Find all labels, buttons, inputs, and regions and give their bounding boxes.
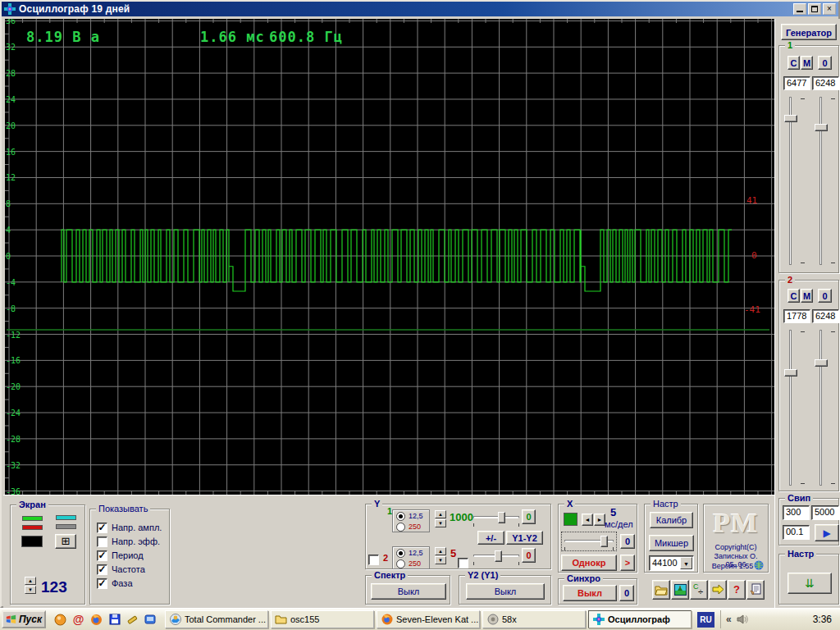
firefox-icon[interactable] xyxy=(89,613,103,627)
mail-icon[interactable]: @ xyxy=(71,613,85,627)
y1-range-250-radio[interactable] xyxy=(396,523,405,532)
ch1-amp-field[interactable]: 6248 xyxy=(812,76,839,90)
screen-counter-spinner[interactable]: ▲ ▼ xyxy=(25,577,36,594)
show-frequency-checkbox[interactable]: ✓ xyxy=(97,564,107,575)
ch1-amp-slider[interactable] xyxy=(815,97,835,265)
ch1-m-button[interactable]: M xyxy=(801,56,813,70)
background-color-swatch[interactable] xyxy=(21,536,43,547)
y-plusminus-button[interactable]: +/- xyxy=(477,531,504,545)
show-phase-checkbox[interactable]: ✓ xyxy=(97,578,107,589)
y2-spinner[interactable]: ▲ ▼ xyxy=(435,547,446,564)
sweep-play-button[interactable]: ▶ xyxy=(815,524,839,541)
sweep-settings-button[interactable]: ⇊ xyxy=(788,573,832,594)
next-sweep-button[interactable]: > xyxy=(620,555,635,571)
x-right-button[interactable]: ► xyxy=(594,514,605,526)
y2-range-125-radio[interactable] xyxy=(396,549,405,558)
show-desktop-icon[interactable] xyxy=(144,613,158,627)
x-color-swatch[interactable] xyxy=(564,513,578,526)
sync-toggle-button[interactable]: Выкл xyxy=(563,585,617,601)
sync-zero-button[interactable]: 0 xyxy=(619,585,634,601)
down-icon[interactable]: ▼ xyxy=(435,556,446,564)
show-period-checkbox[interactable]: ✓ xyxy=(97,550,107,561)
task-oscillograph[interactable]: Осциллограф xyxy=(588,610,692,628)
slider-thumb[interactable] xyxy=(815,124,828,131)
sweep-end-field[interactable]: 5000 xyxy=(811,505,839,520)
ch1-c-button[interactable]: C xyxy=(788,56,800,70)
help-button[interactable]: ? xyxy=(728,580,746,600)
save-icon[interactable] xyxy=(107,613,121,627)
save-image-button[interactable] xyxy=(671,580,689,600)
down-icon[interactable]: ▼ xyxy=(25,586,36,594)
sweep-step-field[interactable]: 00.1 xyxy=(783,525,810,540)
slider-thumb[interactable] xyxy=(815,359,828,367)
globe-icon[interactable] xyxy=(754,560,764,570)
y2-zero-button[interactable]: 0 xyxy=(522,548,536,563)
restore-button[interactable] xyxy=(808,3,821,15)
y2-enable-checkbox[interactable] xyxy=(368,555,379,565)
y2-extra-checkbox[interactable] xyxy=(458,558,468,568)
close-button[interactable]: × xyxy=(823,3,836,15)
start-button[interactable]: Пуск xyxy=(2,610,46,628)
task-seven-eleven[interactable]: Seven-Eleven Kat ... xyxy=(377,610,480,628)
ch2-freq-field[interactable]: 1778 xyxy=(783,309,810,323)
x-position-slider[interactable] xyxy=(564,536,614,547)
grid-toggle-button[interactable]: ⊞ xyxy=(55,534,76,549)
tray-expand-icon[interactable]: « xyxy=(726,614,732,625)
show-amplitude-checkbox[interactable]: ✓ xyxy=(97,523,107,533)
show-rms-checkbox[interactable] xyxy=(97,536,107,547)
ch2-amp-slider[interactable] xyxy=(815,330,835,486)
volume-icon[interactable] xyxy=(737,614,748,624)
up-icon[interactable]: ▲ xyxy=(435,510,446,518)
sweep-start-field[interactable]: 300 xyxy=(783,505,810,520)
ch1-freq-slider[interactable] xyxy=(784,97,805,265)
ch1-zero-button[interactable]: 0 xyxy=(818,56,832,70)
generator-button[interactable]: Генератор xyxy=(781,24,837,40)
trace1-color-swatch[interactable] xyxy=(22,516,43,521)
opera-icon[interactable] xyxy=(53,613,67,627)
ch2-c-button[interactable]: C xyxy=(788,289,800,303)
x-left-button[interactable]: ◄ xyxy=(582,514,593,526)
up-icon[interactable]: ▲ xyxy=(435,547,446,555)
mixer-button[interactable]: Микшер xyxy=(649,535,694,551)
slider-thumb[interactable] xyxy=(498,512,505,523)
ch2-amp-field[interactable]: 6248 xyxy=(812,309,839,323)
y1-range-125-radio[interactable] xyxy=(396,512,405,521)
down-icon[interactable]: ▼ xyxy=(435,519,446,527)
minimize-button[interactable] xyxy=(793,3,806,15)
task-osc155[interactable]: osc155 xyxy=(271,610,374,628)
task-total-commander[interactable]: Total Commander ... xyxy=(165,610,268,628)
slider-thumb[interactable] xyxy=(784,115,797,122)
ch1-freq-field[interactable]: 6477 xyxy=(783,76,810,90)
title-bar[interactable]: Осциллограф 19 дней × xyxy=(2,2,838,16)
forward-button[interactable] xyxy=(709,580,727,600)
ch2-freq-slider[interactable] xyxy=(784,330,805,486)
slider-thumb[interactable] xyxy=(784,369,797,377)
calibrate-button[interactable]: Калибр xyxy=(650,512,693,528)
slider-thumb[interactable] xyxy=(600,536,608,547)
single-sweep-button[interactable]: Однокр xyxy=(561,555,617,571)
y1-spinner[interactable]: ▲ ▼ xyxy=(435,510,446,527)
grid-color-swatch[interactable] xyxy=(56,524,76,529)
up-icon[interactable]: ▲ xyxy=(25,577,36,585)
y2-position-slider[interactable] xyxy=(473,550,519,562)
calculator-button[interactable]: C ÷ xyxy=(690,580,708,600)
ch2-zero-button[interactable]: 0 xyxy=(818,289,832,303)
trace2-color-swatch[interactable] xyxy=(22,525,43,530)
editor-icon[interactable] xyxy=(126,613,139,627)
chevron-down-icon[interactable]: ▼ xyxy=(680,557,692,569)
open-file-button[interactable] xyxy=(652,580,670,600)
y2-range-250-radio[interactable] xyxy=(396,559,405,568)
slider-thumb[interactable] xyxy=(495,550,502,562)
spectrum-toggle-button[interactable]: Выкл xyxy=(371,583,446,600)
y1-position-slider[interactable] xyxy=(473,512,519,523)
ch2-m-button[interactable]: M xyxy=(801,289,813,303)
task-58x[interactable]: 58x xyxy=(482,610,586,628)
y2y1-toggle-button[interactable]: Выкл xyxy=(466,583,545,600)
samplerate-combobox[interactable]: 44100 ▼ xyxy=(649,555,694,571)
notes-button[interactable] xyxy=(746,580,765,600)
y1-y2-button[interactable]: Y1-Y2 xyxy=(506,531,543,545)
spectrum-color-swatch[interactable] xyxy=(56,515,76,520)
x-zero-button[interactable]: 0 xyxy=(620,534,635,549)
language-indicator[interactable]: RU xyxy=(697,612,714,628)
y1-zero-button[interactable]: 0 xyxy=(522,509,536,524)
